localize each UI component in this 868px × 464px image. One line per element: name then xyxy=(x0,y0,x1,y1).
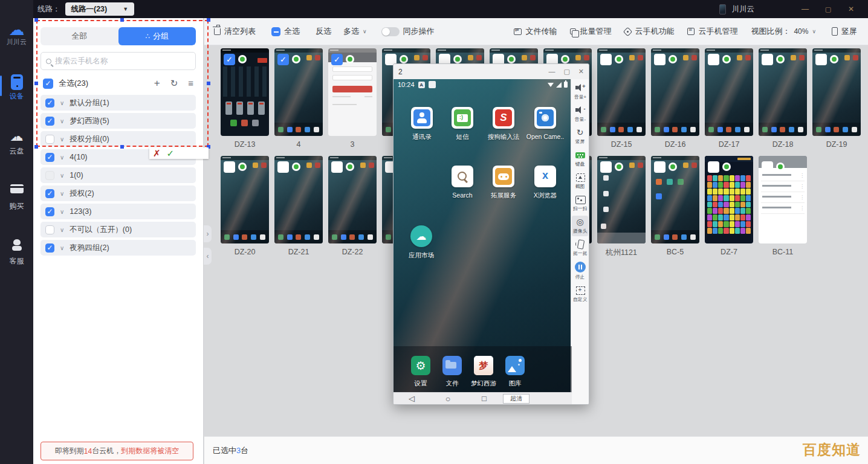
device-thumbnail[interactable] xyxy=(221,48,269,136)
selection-handle[interactable] xyxy=(120,145,124,149)
device-checkbox[interactable] xyxy=(224,161,235,173)
group-checkbox[interactable] xyxy=(45,189,54,198)
device-thumbnail[interactable] xyxy=(597,156,646,243)
group-checkbox[interactable] xyxy=(45,153,54,162)
device-thumbnail[interactable] xyxy=(274,156,323,243)
expand-panel-arrow[interactable]: › xyxy=(204,225,212,242)
collapse-panel-arrow[interactable]: ‹ xyxy=(204,248,212,265)
device-thumbnail[interactable] xyxy=(651,156,699,243)
phone-screen[interactable]: 10:24 A 通讯录短信搜狗输入法Open Came..Search拓展服务X… xyxy=(394,79,572,393)
group-row[interactable]: ∨123(3) xyxy=(40,204,196,219)
sidebar-item-cloud-disk[interactable]: 云盘 xyxy=(0,129,33,156)
quality-button[interactable]: 超清 xyxy=(503,394,530,404)
device-checkbox[interactable] xyxy=(600,54,612,65)
group-row[interactable]: ∨授权(2) xyxy=(40,185,196,201)
app-app-market[interactable]: 应用市场 xyxy=(402,225,441,260)
device-thumbnail[interactable] xyxy=(597,48,646,136)
device-checkbox[interactable] xyxy=(224,54,235,65)
tool-screenshot[interactable]: 截图 xyxy=(574,171,586,192)
group-checkbox[interactable] xyxy=(45,135,54,144)
device-thumbnail[interactable] xyxy=(328,48,377,136)
add-group-button[interactable]: + xyxy=(154,79,160,88)
app-xbrowser[interactable]: X浏览器 xyxy=(526,166,565,200)
device-checkbox[interactable] xyxy=(815,54,827,65)
app-camera-app[interactable]: Open Came.. xyxy=(526,107,565,140)
tab-all[interactable]: 全部 xyxy=(40,27,118,45)
chevron-down-icon[interactable]: ∨ xyxy=(60,136,64,143)
sidebar-item-purchase[interactable]: 购买 xyxy=(0,184,33,211)
device-checkbox[interactable] xyxy=(600,161,612,173)
device-thumbnail[interactable] xyxy=(705,48,753,136)
tool-shake[interactable]: 摇一摇 xyxy=(572,238,589,259)
sidebar-item-support[interactable]: 客服 xyxy=(0,239,33,266)
device-checkbox[interactable] xyxy=(331,161,343,173)
chevron-down-icon[interactable]: ∨ xyxy=(60,154,64,161)
device-thumbnail[interactable] xyxy=(651,48,699,136)
tool-keyboard[interactable]: 键盘 xyxy=(574,149,586,169)
collapse-list-button[interactable]: ≡ xyxy=(188,79,193,88)
dock-app-gallery[interactable]: 图库 xyxy=(496,356,534,388)
app-extend[interactable]: 拓展服务 xyxy=(484,166,523,200)
group-row[interactable]: ∨夜鸦四组(2) xyxy=(40,240,196,256)
nav-recent-button[interactable]: □ xyxy=(466,394,502,403)
phone-close-button[interactable]: ✕ xyxy=(578,68,584,76)
capture-cancel-button[interactable]: ✗ xyxy=(153,149,161,158)
device-checkbox[interactable] xyxy=(277,54,289,65)
group-checkbox[interactable] xyxy=(45,98,54,108)
device-thumbnail[interactable] xyxy=(274,48,323,136)
tool-volume-up[interactable]: +音量+ xyxy=(573,82,588,102)
group-checkbox[interactable] xyxy=(45,117,54,126)
chevron-down-icon[interactable]: ∨ xyxy=(60,172,64,179)
group-row[interactable]: ∨不可以（五开）(0) xyxy=(40,222,196,237)
phone-maximize-button[interactable]: ▢ xyxy=(563,68,569,76)
selection-handle[interactable] xyxy=(34,82,38,85)
maximize-button[interactable]: ▢ xyxy=(820,5,837,13)
tool-stop[interactable]: 停止 xyxy=(574,260,586,282)
close-button[interactable]: ✕ xyxy=(843,5,860,13)
app-sms[interactable]: 短信 xyxy=(443,107,482,141)
group-checkbox[interactable] xyxy=(45,225,54,234)
device-thumbnail[interactable] xyxy=(705,156,753,243)
app-search-app[interactable]: Search xyxy=(443,166,482,199)
phone-minimize-button[interactable]: — xyxy=(548,68,555,76)
chevron-down-icon[interactable]: ∨ xyxy=(60,227,64,233)
device-thumbnail[interactable] xyxy=(812,48,861,136)
app-sogou[interactable]: 搜狗输入法 xyxy=(484,107,523,141)
device-checkbox[interactable] xyxy=(654,54,666,65)
chevron-down-icon[interactable]: ∨ xyxy=(60,100,64,106)
chevron-down-icon[interactable]: ∨ xyxy=(60,118,64,124)
group-row[interactable]: ∨授权分组(0) xyxy=(40,131,196,147)
app-contacts[interactable]: 通讯录 xyxy=(403,107,441,141)
device-checkbox[interactable] xyxy=(654,161,666,173)
chevron-down-icon[interactable]: ∨ xyxy=(60,245,64,251)
tool-rotate[interactable]: 竖屏 xyxy=(574,126,586,147)
group-checkbox[interactable] xyxy=(45,243,54,253)
nav-home-button[interactable]: ○ xyxy=(430,394,466,404)
group-checkbox[interactable] xyxy=(45,171,54,180)
device-checkbox[interactable] xyxy=(277,161,289,173)
tool-camera[interactable]: 摄像头 xyxy=(572,216,589,236)
selection-handle[interactable] xyxy=(120,18,124,22)
device-checkbox[interactable] xyxy=(708,161,719,173)
chevron-down-icon[interactable]: ∨ xyxy=(60,208,64,215)
tool-volume-down[interactable]: -音量- xyxy=(574,104,587,124)
selection-handle[interactable] xyxy=(34,145,38,149)
search-box[interactable] xyxy=(40,52,196,70)
capture-confirm-button[interactable]: ✓ xyxy=(167,149,175,158)
chevron-down-icon[interactable]: ∨ xyxy=(60,190,64,197)
device-thumbnail[interactable] xyxy=(759,156,807,243)
minimize-button[interactable]: — xyxy=(797,5,814,13)
select-all-checkbox[interactable] xyxy=(43,79,53,89)
device-thumbnail[interactable] xyxy=(759,48,807,136)
tool-scan[interactable]: 扫一扫 xyxy=(572,193,589,214)
search-input[interactable] xyxy=(55,57,190,65)
device-thumbnail[interactable] xyxy=(328,156,377,243)
group-row[interactable]: ∨梦幻西游(5) xyxy=(40,113,196,129)
selection-handle[interactable] xyxy=(34,18,38,22)
device-checkbox[interactable] xyxy=(762,54,773,65)
device-checkbox[interactable] xyxy=(762,161,773,173)
nav-back-button[interactable]: ◁ xyxy=(394,394,430,403)
device-checkbox[interactable] xyxy=(708,54,719,65)
sidebar-item-device[interactable]: 设备 xyxy=(0,74,33,102)
refresh-button[interactable]: ↻ xyxy=(170,79,178,88)
